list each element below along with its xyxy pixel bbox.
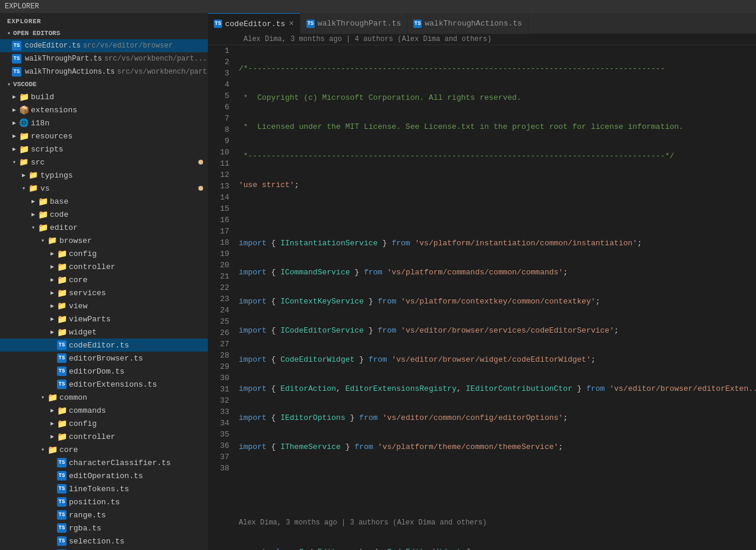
- label-browser: browser: [59, 236, 92, 245]
- tree-item-services[interactable]: ▶ 📁 services: [0, 286, 208, 299]
- tree-item-config-common[interactable]: ▶ 📁 config: [0, 417, 208, 430]
- tree-item-base[interactable]: ▶ 📁 base: [0, 195, 208, 208]
- open-editor-item-walkThroughPart[interactable]: TS walkThroughPart.ts src/vs/workbench/p…: [0, 52, 208, 65]
- label-base: base: [50, 197, 68, 206]
- tree-item-rgba-ts[interactable]: TS rgba.ts: [0, 521, 208, 535]
- tab-label-3: walkThroughActions.ts: [425, 19, 522, 28]
- ln-4: 4: [213, 79, 229, 90]
- folder-icon-src: 📁: [19, 157, 29, 167]
- tree-item-core-editor[interactable]: ▾ 📁 core: [0, 443, 208, 456]
- arrow-build: ▶: [10, 93, 19, 100]
- open-editors-header[interactable]: ▾ OPEN EDITORS: [0, 27, 208, 39]
- open-editor-item-codeEditor[interactable]: TS codeEditor.ts src/vs/editor/browser: [0, 39, 208, 52]
- tree-item-position-ts[interactable]: TS position.ts: [0, 495, 208, 508]
- tab-close-1[interactable]: ×: [289, 20, 293, 28]
- folder-icon-widget: 📁: [57, 327, 67, 337]
- label-selection-ts: selection.ts: [69, 537, 125, 546]
- label-position-ts: position.ts: [69, 498, 120, 507]
- tree-item-code[interactable]: ▶ 📁 code: [0, 208, 208, 221]
- tree-item-config[interactable]: ▶ 📁 config: [0, 247, 208, 260]
- tree-item-controller[interactable]: ▶ 📁 controller: [0, 260, 208, 273]
- tree-item-lineTokens-ts[interactable]: TS lineTokens.ts: [0, 482, 208, 495]
- code-line-2: * Copyright (c) Microsoft Corporation. A…: [239, 92, 751, 103]
- label-build: build: [31, 93, 54, 102]
- ln-13: 13: [213, 181, 229, 192]
- tree-item-vs[interactable]: ▾ 📁 vs: [0, 182, 208, 195]
- code-lines[interactable]: /*--------------------------------------…: [234, 45, 756, 550]
- tab-label-1: codeEditor.ts: [225, 20, 285, 29]
- tree-item-widget[interactable]: ▶ 📁 widget: [0, 325, 208, 339]
- label-commands: commands: [69, 406, 106, 415]
- tree-item-extensions[interactable]: ▶ 📦 extensions: [0, 103, 208, 116]
- sidebar: EXPLORER ▾ OPEN EDITORS TS codeEditor.ts…: [0, 13, 208, 550]
- tree-item-editorBrowser-ts[interactable]: TS editorBrowser.ts: [0, 352, 208, 365]
- ln-37: 37: [213, 451, 229, 463]
- explorer-title: EXPLORER: [5, 2, 39, 11]
- code-area[interactable]: 1 2 3 4 5 6 7 8 9 10 11 12 13 14 15 16 1: [208, 45, 756, 550]
- editor-content[interactable]: Alex Dima, 3 months ago | 4 authors (Ale…: [208, 34, 756, 550]
- tree-item-characterClassifier-ts[interactable]: TS characterClassifier.ts: [0, 456, 208, 469]
- arrow-core-editor: ▾: [38, 446, 48, 453]
- ln-24: 24: [213, 305, 229, 316]
- folder-icon-services: 📁: [57, 288, 67, 298]
- vs-modified-dot: [198, 186, 203, 191]
- tree-item-typings[interactable]: ▶ 📁 typings: [0, 169, 208, 182]
- vscode-section-header[interactable]: ▾ VSCODE: [0, 78, 208, 90]
- ln-15: 15: [213, 203, 229, 214]
- arrow-common: ▾: [38, 394, 48, 401]
- ln-1: 1: [213, 45, 229, 56]
- arrow-code: ▶: [29, 211, 38, 218]
- arrow-controller-common: ▶: [48, 433, 57, 440]
- tree-item-selection-ts[interactable]: TS selection.ts: [0, 535, 208, 548]
- tree-item-build[interactable]: ▶ 📁 build: [0, 90, 208, 103]
- open-editor-filepath-3: src/vs/workbench/parts...: [117, 68, 208, 76]
- tree-item-range-ts[interactable]: TS range.ts: [0, 508, 208, 521]
- tab-walkThroughPart[interactable]: TS walkThroughPart.ts: [300, 13, 407, 34]
- tree-item-codeEditor-ts[interactable]: TS codeEditor.ts: [0, 339, 208, 352]
- tree-item-editorExtensions-ts[interactable]: TS editorExtensions.ts: [0, 378, 208, 391]
- tree-item-src[interactable]: ▾ 📁 src: [0, 156, 208, 169]
- tree-item-browser[interactable]: ▾ 📁 browser: [0, 234, 208, 247]
- arrow-base: ▶: [29, 198, 38, 205]
- label-typings: typings: [40, 171, 73, 180]
- arrow-widget: ▶: [48, 328, 57, 336]
- tree-item-editor[interactable]: ▾ 📁 editor: [0, 221, 208, 234]
- tree-item-view[interactable]: ▶ 📁 view: [0, 299, 208, 312]
- tree-item-scripts[interactable]: ▶ 📁 scripts: [0, 143, 208, 156]
- tree-item-controller-common[interactable]: ▶ 📁 controller: [0, 430, 208, 443]
- ts-file-icon-position: TS: [57, 497, 67, 507]
- ln-20: 20: [213, 260, 229, 271]
- ln-11: 11: [213, 158, 229, 169]
- label-config: config: [69, 249, 97, 258]
- open-editor-item-walkThroughActions[interactable]: TS walkThroughActions.ts src/vs/workbenc…: [0, 65, 208, 78]
- tab-codeEditor[interactable]: TS codeEditor.ts ×: [208, 13, 300, 34]
- tree-item-commands[interactable]: ▶ 📁 commands: [0, 404, 208, 417]
- tab-walkThroughActions[interactable]: TS walkThroughActions.ts: [407, 13, 529, 34]
- label-characterClassifier-ts: characterClassifier.ts: [69, 459, 171, 467]
- folder-icon-config-common: 📁: [57, 419, 67, 429]
- label-services: services: [69, 289, 106, 298]
- code-line-4: *---------------------------------------…: [239, 150, 751, 162]
- tree-item-i18n[interactable]: ▶ 🌐 i18n: [0, 116, 208, 129]
- ln-35: 35: [213, 429, 229, 440]
- ln-29: 29: [213, 361, 229, 372]
- code-line-16: export class CodeEditor extends CodeEdit…: [239, 546, 751, 550]
- label-i18n: i18n: [31, 119, 49, 128]
- label-common: common: [59, 393, 87, 402]
- tree-item-core-browser[interactable]: ▶ 📁 core: [0, 273, 208, 286]
- tree-item-viewParts[interactable]: ▶ 📁 viewParts: [0, 312, 208, 325]
- ln-25: 25: [213, 316, 229, 327]
- label-range-ts: range.ts: [69, 511, 106, 520]
- open-editor-filepath-2: src/vs/workbench/part...: [105, 55, 207, 63]
- tree-item-resources[interactable]: ▶ 📁 resources: [0, 129, 208, 143]
- folder-icon-resources: 📁: [19, 131, 29, 141]
- tree-item-editorDom-ts[interactable]: TS editorDom.ts: [0, 365, 208, 378]
- open-editor-filepath-1: src/vs/editor/browser: [83, 42, 173, 50]
- label-controller: controller: [69, 263, 115, 271]
- label-editorDom-ts: editorDom.ts: [69, 367, 125, 376]
- arrow-resources: ▶: [10, 132, 19, 140]
- tree-item-common[interactable]: ▾ 📁 common: [0, 391, 208, 404]
- tree-item-editOperation-ts[interactable]: TS editOperation.ts: [0, 469, 208, 482]
- tree-item-stringBuilder-ts[interactable]: TS stringBuilder.ts: [0, 548, 208, 550]
- label-editor: editor: [50, 223, 78, 232]
